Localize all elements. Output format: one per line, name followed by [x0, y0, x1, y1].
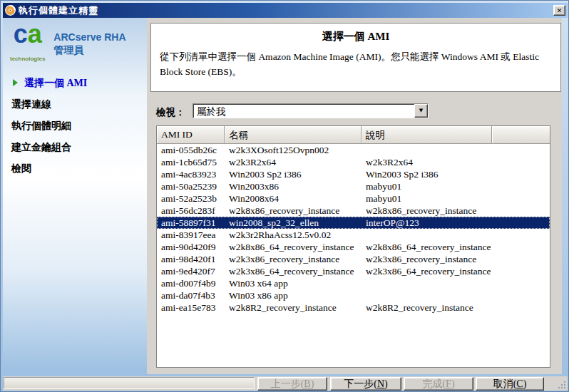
sidebar: ca technologies ARCserve RHA 管理員 選擇一個 AM…	[3, 18, 147, 371]
column-header[interactable]: 說明	[362, 126, 492, 144]
cancel-button[interactable]: 取消(C)	[476, 377, 544, 391]
table-row[interactable]: ami-4ac83923Win2003 Sp2 i386Win2003 Sp2 …	[157, 168, 550, 180]
ami-name-cell: w2k8x86_64_recovery_instance	[225, 241, 362, 253]
ami-desc-cell	[362, 277, 492, 289]
sidebar-step: 選擇一個 AMI	[3, 73, 147, 94]
ami-desc-cell	[362, 144, 492, 156]
ami-name-cell: w2k3x86_recovery_instance	[225, 253, 362, 265]
ami-name-cell: w2k3R2x64	[225, 156, 362, 168]
table-row[interactable]: ami-56dc283fw2k8x86_recovery_instancew2k…	[157, 205, 550, 217]
table-row[interactable]: ami-055db26cw2k3XOsoft125Ovpn002	[157, 144, 550, 156]
ami-desc-cell: mabyu01	[362, 192, 492, 205]
table-row[interactable]: ami-90d420f9w2k8x86_64_recovery_instance…	[157, 241, 550, 253]
table-row[interactable]: ami-83917eeaw2k3r2RhaAcss12.5v0.02	[157, 229, 550, 241]
view-label: 檢視：	[156, 106, 185, 119]
page-description: 從下列清單中選擇一個 Amazon Machine Image (AMI)。您只…	[160, 50, 552, 80]
sidebar-step: 選擇連線	[3, 94, 147, 115]
ami-id-cell: ami-83917eea	[157, 229, 225, 241]
wizard-steps: 選擇一個 AMI選擇連線執行個體明細建立金鑰組合檢閱	[3, 73, 147, 180]
finish-button: 完成(F)	[404, 377, 473, 391]
active-step-arrow-icon	[13, 79, 18, 86]
ami-desc-cell: w2k3x86_64_recovery_instance	[362, 265, 492, 277]
table-row[interactable]: ami-d007f4b9Win03 x64 app	[157, 277, 550, 289]
table-row[interactable]: ami-ea15e783w2k8R2_recovery_instancew2k8…	[157, 301, 550, 314]
column-header[interactable]: AMI ID	[157, 126, 225, 144]
ami-desc-cell: interOP@123	[362, 217, 492, 229]
ami-name-cell: win2008_sp2_32_ellen	[225, 217, 362, 229]
view-dropdown-value: 屬於我	[193, 104, 414, 118]
table-row[interactable]: ami-da07f4b3Win03 x86 app	[157, 289, 550, 301]
ami-name-cell: Win2003 Sp2 i386	[225, 168, 362, 180]
next-button[interactable]: 下一步(N)	[330, 377, 401, 391]
ami-id-cell: ami-4ac83923	[157, 168, 225, 180]
ami-desc-cell	[362, 289, 492, 301]
titlebar: 執行個體建立精靈 ✕	[3, 3, 568, 18]
table-row[interactable]: ami-50a25239Win2003x86mabyu01	[157, 180, 550, 192]
ami-desc-cell: w2k8x86_64_recovery_instance	[362, 241, 492, 253]
table-row[interactable]: ami-52a2523bWin2008x64mabyu01	[157, 192, 550, 205]
ami-desc-cell: w2k8R2_recovery_instance	[362, 301, 492, 314]
sidebar-step: 建立金鑰組合	[3, 137, 147, 158]
ami-id-cell: ami-1cb65d75	[157, 156, 225, 168]
ca-technologies-logo: ca technologies	[10, 25, 45, 68]
close-icon[interactable]: ✕	[553, 5, 565, 16]
ami-id-cell: ami-9ed420f7	[157, 265, 225, 277]
resize-grip[interactable]	[557, 380, 567, 390]
column-header[interactable]: 名稱	[225, 126, 362, 144]
ami-name-cell: Win2008x64	[225, 192, 362, 205]
ami-name-cell: Win03 x86 app	[225, 289, 362, 301]
ami-id-cell: ami-da07f4b3	[157, 289, 225, 301]
column-header[interactable]	[492, 126, 550, 144]
table-header: AMI ID名稱說明	[157, 126, 550, 144]
sidebar-step: 執行個體明細	[3, 115, 147, 137]
product-name: ARCserve RHA 管理員	[53, 25, 125, 56]
chevron-down-icon[interactable]: ▼	[414, 104, 428, 118]
ami-id-cell: ami-d007f4b9	[157, 277, 225, 289]
ami-name-cell: w2k3XOsoft125Ovpn002	[225, 144, 362, 156]
ami-id-cell: ami-56dc283f	[157, 205, 225, 217]
ami-desc-cell: w2k8x86_recovery_instance	[362, 205, 492, 217]
ami-name-cell: w2k8x86_recovery_instance	[225, 205, 362, 217]
ami-desc-cell	[362, 229, 492, 241]
ami-id-cell: ami-50a25239	[157, 180, 225, 192]
ami-id-cell: ami-90d420f9	[157, 241, 225, 253]
ami-name-cell: w2k8R2_recovery_instance	[225, 301, 362, 314]
back-button: 上一步(B)	[257, 377, 327, 391]
ami-name-cell: w2k3r2RhaAcss12.5v0.02	[225, 229, 362, 241]
ami-desc-cell: mabyu01	[362, 180, 492, 192]
content-area: 選擇一個 AMI 從下列清單中選擇一個 Amazon Machine Image…	[147, 18, 562, 374]
status-strip	[4, 377, 255, 389]
page-title: 選擇一個 AMI	[151, 30, 560, 43]
ami-id-cell: ami-055db26c	[157, 144, 225, 156]
table-row[interactable]: ami-9ed420f7w2k3x86_64_recovery_instance…	[157, 265, 550, 277]
ami-id-cell: ami-52a2523b	[157, 192, 225, 205]
ami-id-cell: ami-ea15e783	[157, 301, 225, 314]
ami-name-cell: w2k3x86_64_recovery_instance	[225, 265, 362, 277]
view-dropdown[interactable]: 屬於我 ▼	[193, 103, 429, 118]
ami-desc-cell: Win2003 Sp2 i386	[362, 168, 492, 180]
table-row[interactable]: ami-98d420f1w2k3x86_recovery_instancew2k…	[157, 253, 550, 265]
ami-desc-cell: w2k3x86_recovery_instance	[362, 253, 492, 265]
app-icon	[5, 5, 16, 16]
wizard-window: 執行個體建立精靈 ✕ ca technologies ARCserve RHA …	[0, 0, 569, 392]
table-row[interactable]: ami-1cb65d75w2k3R2x64w2k3R2x64	[157, 156, 550, 168]
sidebar-step: 檢閱	[3, 158, 147, 180]
ami-id-cell: ami-58897f31	[157, 217, 225, 229]
ami-name-cell: Win03 x64 app	[225, 277, 362, 289]
table-row[interactable]: ami-58897f31win2008_sp2_32_elleninterOP@…	[157, 217, 550, 229]
ami-table: AMI ID名稱說明 ami-055db26cw2k3XOsoft125Ovpn…	[156, 125, 550, 368]
bottom-bar: 上一步(B) 下一步(N) 完成(F) 取消(C)	[3, 376, 568, 391]
ami-id-cell: ami-98d420f1	[157, 253, 225, 265]
table-body: ami-055db26cw2k3XOsoft125Ovpn002ami-1cb6…	[157, 144, 550, 367]
ami-name-cell: Win2003x86	[225, 180, 362, 192]
window-title: 執行個體建立精靈	[19, 4, 98, 17]
header-panel: 選擇一個 AMI 從下列清單中選擇一個 Amazon Machine Image…	[150, 23, 561, 92]
ami-desc-cell: w2k3R2x64	[362, 156, 492, 168]
